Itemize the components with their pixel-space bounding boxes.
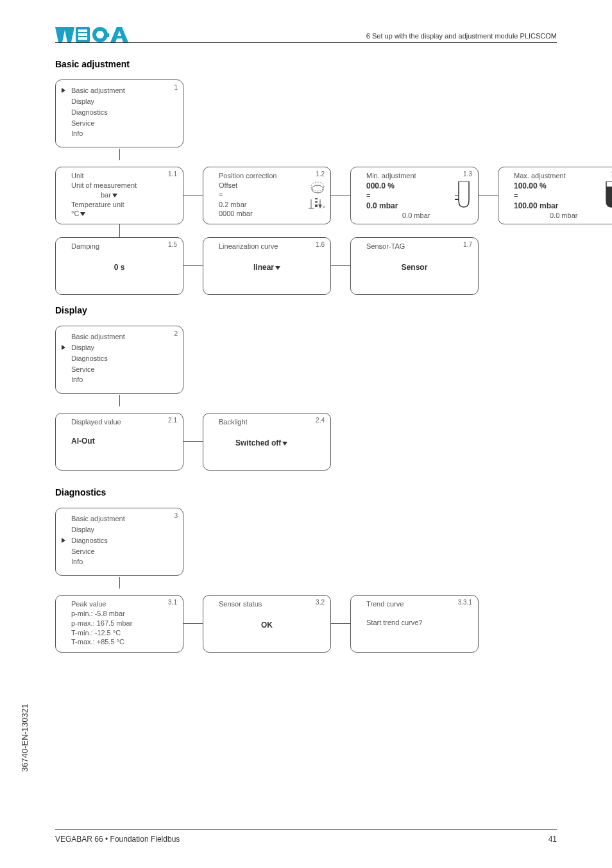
screen-num: 1.2: [316, 171, 325, 178]
connector: [119, 224, 120, 237]
label: Temperature unit: [62, 200, 176, 210]
screen-num: 1.7: [463, 241, 472, 248]
section-basic-title: Basic adjustment: [55, 59, 584, 69]
screen-num: 1.5: [168, 241, 177, 248]
screen-num: 3.2: [316, 599, 325, 606]
svg-text:P: P: [323, 205, 325, 209]
max-gauge-icon: [602, 181, 612, 210]
value: Sensor: [357, 263, 472, 272]
section-display-title: Display: [55, 305, 584, 315]
screen-2-1: 2.1 Displayed value AI-Out: [55, 413, 183, 471]
connector: [331, 265, 350, 266]
label: Sensor-TAG: [357, 242, 472, 251]
min-gauge-icon: [455, 181, 473, 210]
menu-item[interactable]: Diagnostics: [56, 535, 183, 546]
menu-item[interactable]: Diagnostics: [56, 353, 183, 364]
connector: [331, 195, 350, 196]
value[interactable]: °C: [62, 209, 176, 219]
menu-item[interactable]: Basic adjustment: [56, 85, 183, 96]
screen-num: 3.3.1: [458, 599, 472, 606]
menu-item[interactable]: Display: [56, 96, 183, 107]
screen-1-2: 1.2 Position correction Offset = 0.2 mba…: [203, 167, 331, 224]
svg-marker-18: [318, 204, 322, 208]
screen-1-4: 1.4 Max. adjustment 100.00 % = 100.00 mb…: [498, 167, 612, 224]
connector: [119, 149, 120, 160]
label: Min. adjustment: [357, 171, 472, 181]
screen-3-2: 3.2 Sensor status OK: [203, 595, 331, 653]
label: Sensor status: [210, 599, 324, 609]
header-chapter: 6 Set up with the display and adjustment…: [366, 32, 557, 40]
menu-1: 1 Basic adjustment Display Diagnostics S…: [55, 79, 183, 147]
svg-rect-3: [78, 29, 87, 32]
menu-item[interactable]: Info: [56, 556, 183, 567]
svg-marker-1: [64, 27, 74, 42]
screen-1-7: 1.7 Sensor-TAG Sensor: [350, 237, 479, 295]
value[interactable]: linear: [210, 263, 324, 272]
connector: [183, 441, 203, 442]
menu-item[interactable]: Info: [56, 128, 183, 139]
connector: [183, 265, 203, 266]
value: 100.00 mbar: [505, 201, 612, 211]
header-rule: [55, 42, 557, 43]
label: Displayed value: [62, 417, 176, 427]
menu-item[interactable]: Display: [56, 524, 183, 535]
doc-id-vertical: 36740-EN-130321: [20, 704, 30, 772]
value: 0.0 mbar: [505, 211, 612, 221]
label: Linearization curve: [210, 242, 324, 251]
menu-item[interactable]: Info: [56, 374, 183, 385]
screen-1-5: 1.5 Damping 0 s: [55, 237, 183, 295]
screen-num: 2.1: [168, 417, 177, 424]
label: Damping: [62, 242, 176, 251]
connector: [183, 623, 203, 624]
label: Unit of measurement: [62, 181, 176, 190]
value: p-min.: -5.8 mbar: [62, 609, 176, 619]
menu-3: 3 Basic adjustment Display Diagnostics S…: [55, 508, 183, 576]
screen-num: 1.6: [316, 241, 325, 248]
connector: [331, 623, 350, 624]
screen-1-1: 1.1 Unit Unit of measurement bar Tempera…: [55, 167, 183, 224]
label: Trend curve: [357, 599, 472, 609]
screen-3-1: 3.1 Peak value p-min.: -5.8 mbar p-max.:…: [55, 595, 183, 653]
svg-rect-4: [78, 33, 87, 36]
screen-num: 3.1: [168, 599, 177, 606]
label: Position correction: [210, 171, 324, 181]
value: AI-Out: [62, 436, 176, 446]
value: OK: [210, 621, 324, 630]
value[interactable]: bar: [62, 190, 176, 200]
menu-item[interactable]: Service: [56, 364, 183, 375]
connector: [183, 195, 203, 196]
menu-item[interactable]: Service: [56, 118, 183, 129]
connector: [479, 195, 498, 196]
label: Unit: [62, 171, 176, 181]
menu-item[interactable]: Diagnostics: [56, 107, 183, 118]
menu-item[interactable]: Basic adjustment: [56, 331, 183, 342]
label: =: [505, 191, 612, 201]
svg-rect-5: [78, 37, 87, 40]
value: 100.00 %: [505, 181, 612, 191]
value[interactable]: Switched off: [210, 438, 324, 447]
vega-logo: [55, 26, 132, 44]
connector: [119, 395, 120, 406]
value[interactable]: Start trend curve?: [357, 618, 472, 628]
screen-num: 2.4: [316, 417, 325, 424]
menu-item[interactable]: Basic adjustment: [56, 513, 183, 524]
menu-item[interactable]: Service: [56, 546, 183, 557]
section-diag-title: Diagnostics: [55, 487, 584, 497]
label: Peak value: [62, 599, 176, 609]
menu-item[interactable]: Display: [56, 342, 183, 353]
svg-rect-15: [315, 199, 318, 201]
svg-marker-0: [55, 27, 65, 42]
menu-2: 2 Basic adjustment Display Diagnostics S…: [55, 326, 183, 394]
value: 0.2 mbar: [210, 200, 324, 210]
value: 0.0 mbar: [357, 211, 472, 221]
position-icon: P: [309, 180, 327, 212]
connector: [119, 577, 120, 588]
value: p-max.: 167.5 mbar: [62, 619, 176, 628]
value: T-min.: -12.5 °C: [62, 628, 176, 638]
label: Offset: [210, 181, 324, 190]
svg-rect-16: [315, 203, 318, 204]
screen-1-6: 1.6 Linearization curve linear: [203, 237, 331, 295]
footer-left: VEGABAR 66 • Foundation Fieldbus: [55, 835, 180, 844]
screen-1-3: 1.3 Min. adjustment 000.0 % = 0.0 mbar 0…: [350, 167, 479, 224]
page-number: 41: [548, 835, 557, 844]
